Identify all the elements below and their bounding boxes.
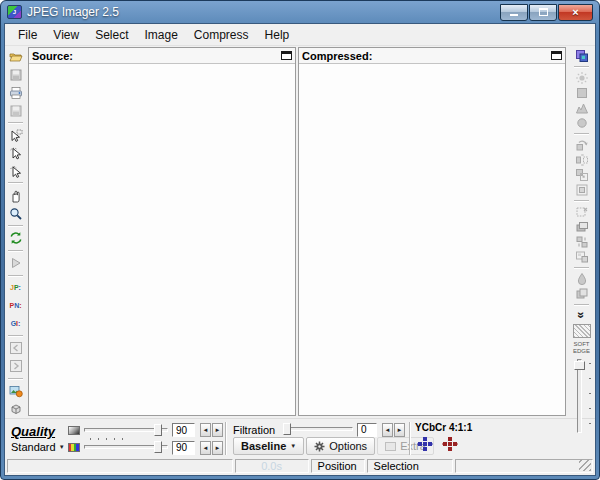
soft-edge-slider-track[interactable] — [577, 359, 582, 433]
right-toolbar: » SOFT EDGE — [568, 46, 595, 418]
circle-icon — [575, 116, 589, 130]
layers-icon — [575, 220, 589, 234]
baseline-dropdown[interactable]: Baseline ▼ — [233, 437, 304, 455]
magnifier-icon — [9, 207, 23, 221]
menu-select[interactable]: Select — [87, 25, 136, 45]
maximize-icon — [539, 8, 548, 16]
status-selection-section: Selection — [367, 459, 453, 473]
grayscale-slider-handle[interactable] — [154, 424, 162, 436]
ellipse-button[interactable] — [573, 116, 591, 130]
print-button[interactable] — [7, 85, 25, 102]
filtration-value[interactable]: 0 — [357, 423, 377, 437]
select-arrow-icon — [9, 129, 23, 143]
color-quality-slider[interactable] — [84, 441, 168, 454]
menu-image[interactable]: Image — [137, 25, 186, 45]
open-button[interactable] — [7, 49, 25, 66]
save-icon — [9, 68, 23, 82]
client-area: File View Select Image Compress Help — [4, 23, 596, 476]
source-panel: Source: — [28, 47, 296, 416]
color-quality-value[interactable]: 90 — [172, 441, 195, 455]
close-button[interactable]: × — [558, 4, 593, 21]
plugins-button[interactable] — [7, 400, 25, 417]
compressed-maximize-icon[interactable] — [551, 51, 562, 60]
filtration-spinner: ◄ ► — [381, 423, 405, 437]
resize-canvas-button[interactable] — [573, 49, 591, 63]
spin-right-icon[interactable]: ► — [212, 423, 223, 437]
crop-button[interactable] — [573, 183, 591, 197]
chroma-subsampling-button[interactable] — [440, 435, 460, 453]
jpeg-format-icon: JP: — [10, 284, 21, 291]
select-freehand-button[interactable] — [7, 145, 25, 162]
minimize-button[interactable] — [500, 4, 528, 21]
group-separator — [225, 422, 227, 455]
swap-button[interactable] — [573, 235, 591, 249]
luma-subsampling-button[interactable] — [415, 435, 435, 453]
batch-button[interactable] — [7, 383, 25, 400]
toolbar-separator — [574, 200, 589, 202]
toolbar-separator — [574, 66, 589, 68]
filtration-slider[interactable] — [283, 423, 353, 436]
menu-compress[interactable]: Compress — [186, 25, 257, 45]
jpeg-format-button[interactable]: JP: — [7, 280, 25, 297]
scale-button[interactable] — [573, 168, 591, 182]
filtration-slider-track[interactable] — [283, 427, 353, 431]
layers-button[interactable] — [573, 220, 591, 234]
status-timer-section: 0.0s — [235, 459, 309, 473]
select-polygon-button[interactable] — [7, 163, 25, 180]
spin-right-icon[interactable]: ► — [394, 423, 405, 437]
quality-preset-dropdown[interactable]: Standard ▼ — [11, 441, 68, 453]
tiles-icon — [575, 250, 589, 264]
swap-icon — [575, 235, 589, 249]
zoom-button[interactable] — [7, 205, 25, 222]
recompress-button[interactable] — [7, 230, 25, 247]
resize-grip[interactable] — [579, 459, 591, 471]
spin-left-icon[interactable]: ◄ — [200, 441, 211, 455]
filtration-group: Filtration 0 ◄ ► Baseline ▼ — [229, 420, 407, 457]
duplicate-button[interactable] — [573, 287, 591, 301]
grayscale-quality-value[interactable]: 90 — [172, 423, 195, 437]
quality-heading[interactable]: Quality — [11, 424, 68, 439]
drop-button[interactable] — [573, 272, 591, 286]
tiles-button[interactable] — [573, 250, 591, 264]
filtration-slider-handle[interactable] — [283, 423, 291, 435]
color-slider-handle[interactable] — [154, 441, 162, 453]
apply-button[interactable] — [7, 255, 25, 272]
toolbar-separator — [8, 122, 23, 124]
compressed-panel: Compressed: — [298, 47, 566, 416]
color-chip-icon — [68, 443, 80, 452]
fill-square-button[interactable] — [573, 86, 591, 100]
maximize-button[interactable] — [529, 4, 557, 21]
rotate-button[interactable] — [573, 138, 591, 152]
save-button[interactable] — [7, 67, 25, 84]
soft-edge-slider-handle[interactable] — [574, 361, 585, 370]
history-back-button[interactable] — [7, 340, 25, 357]
titlebar[interactable]: J JPEG Imager 2.5 × — [1, 1, 599, 23]
flip-button[interactable] — [573, 153, 591, 167]
source-maximize-icon[interactable] — [281, 51, 292, 60]
compressed-canvas[interactable] — [299, 64, 565, 415]
source-canvas[interactable] — [29, 64, 295, 415]
menu-view[interactable]: View — [45, 25, 87, 45]
grayscale-quality-slider[interactable] — [84, 424, 168, 437]
spin-left-icon[interactable]: ◄ — [382, 423, 393, 437]
options-label: Options — [329, 440, 367, 452]
expand-more-button[interactable]: » — [573, 309, 591, 321]
dither-pattern-icon[interactable] — [573, 324, 591, 338]
options-button[interactable]: Options — [306, 437, 375, 455]
history-forward-button[interactable] — [7, 358, 25, 375]
brightness-button[interactable] — [573, 71, 591, 85]
spin-left-icon[interactable]: ◄ — [200, 423, 211, 437]
selection-modify-button[interactable] — [573, 205, 591, 219]
toolbar-separator — [574, 267, 589, 269]
spin-right-icon[interactable]: ► — [212, 441, 223, 455]
soft-edge-slider[interactable] — [572, 357, 592, 435]
menu-help[interactable]: Help — [257, 25, 298, 45]
menu-file[interactable]: File — [10, 25, 45, 45]
save-copy-button[interactable] — [7, 102, 25, 119]
toolbar-separator — [8, 275, 23, 277]
gif-format-button[interactable]: GI: — [7, 315, 25, 332]
select-arrow-button[interactable] — [7, 127, 25, 144]
histogram-button[interactable] — [573, 101, 591, 115]
png-format-button[interactable]: PN: — [7, 297, 25, 314]
pan-hand-button[interactable] — [7, 187, 25, 204]
